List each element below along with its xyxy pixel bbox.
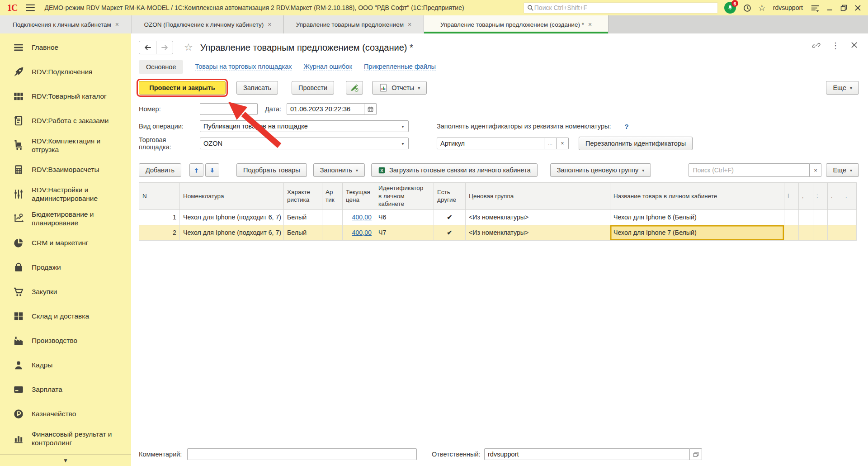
tab-ozon-connection[interactable]: OZON (Подключение к личному кабинету) × — [132, 15, 284, 33]
calendar-icon[interactable] — [364, 103, 377, 115]
col-article[interactable]: Ар тик — [322, 183, 343, 210]
maximize-button[interactable] — [840, 4, 848, 12]
col-extra[interactable]: : — [813, 183, 828, 210]
move-up-button[interactable] — [189, 163, 203, 177]
global-search-box[interactable] — [524, 2, 718, 14]
sidebar-item-purchases[interactable]: Закупки — [0, 280, 131, 304]
col-current-price[interactable]: Текущая цена — [343, 183, 375, 210]
open-value-icon[interactable] — [690, 448, 702, 460]
sidebar-item-rdv-settlements[interactable]: RDV:Взаиморасчеты — [0, 157, 131, 182]
post-with-movements-button[interactable] — [346, 81, 363, 95]
history-icon[interactable] — [742, 3, 752, 13]
help-link[interactable]: ? — [624, 123, 628, 130]
load-bundles-button[interactable]: X Загрузить готовые связки из личного ка… — [371, 163, 538, 177]
identifier-attribute-field[interactable] — [437, 138, 544, 149]
table-more-button[interactable]: Еще ▾ — [826, 163, 859, 177]
col-extra[interactable]: . — [828, 183, 842, 210]
fill-identifiers-label: Заполнять идентификаторы из реквизита но… — [437, 123, 611, 130]
col-extra[interactable]: , — [799, 183, 813, 210]
forward-button[interactable] — [156, 41, 173, 54]
sidebar-item-rdv-admin[interactable]: RDV:Настройки и администрирование — [0, 182, 131, 206]
price-link[interactable]: 400,00 — [352, 214, 372, 221]
sidebar-item-budgeting[interactable]: Бюджетирование и планирование — [0, 206, 131, 231]
pick-products-button[interactable]: Подобрать товары — [236, 163, 307, 177]
close-form-icon[interactable] — [850, 41, 859, 50]
close-icon[interactable]: × — [268, 21, 271, 28]
table-row-selected[interactable]: 2 Чехол для Iphone (подходит 6, 7) Белый… — [139, 225, 857, 240]
form-nav-main[interactable]: Основное — [139, 60, 183, 74]
form-nav-error-log[interactable]: Журнал ошибок — [303, 63, 352, 71]
notifications-button[interactable]: 6 — [724, 2, 736, 14]
col-nomenclature[interactable]: Номенклатура — [180, 183, 284, 210]
sidebar-item-production[interactable]: Производство — [0, 328, 131, 353]
date-field[interactable] — [287, 103, 364, 115]
back-button[interactable] — [139, 41, 156, 54]
products-table[interactable]: N Номенклатура Характе ристика Ар тик Те… — [139, 182, 857, 241]
operation-type-select[interactable]: Публикация товаров на площадке ▾ — [200, 120, 409, 132]
form-nav-marketplace-products[interactable]: Товары на торговых площадках — [195, 63, 292, 71]
sidebar-item-main[interactable]: Главное — [0, 35, 131, 60]
comment-field[interactable] — [187, 448, 417, 460]
col-price-group[interactable]: Ценовая группа — [466, 183, 610, 210]
sidebar-item-sales[interactable]: Продажи — [0, 255, 131, 280]
tab-offer-management[interactable]: Управление товарным предложением × — [284, 15, 424, 33]
marketplace-select[interactable]: OZON ▾ — [200, 138, 409, 149]
tab-connections[interactable]: Подключения к личным кабинетам × — [0, 15, 132, 33]
table-search-input[interactable] — [689, 163, 810, 177]
clear-search-button[interactable]: × — [810, 163, 821, 177]
sidebar-item-treasury[interactable]: Казначейство — [0, 402, 131, 426]
choose-button[interactable]: ... — [544, 138, 557, 149]
sidebar-item-rdv-shipping[interactable]: RDV:Комплектация и отгрузка — [0, 133, 131, 157]
favorite-star-icon[interactable]: ☆ — [184, 43, 193, 52]
get-link-icon[interactable] — [812, 41, 821, 50]
responsible-field[interactable] — [484, 448, 690, 460]
chevron-down-icon: ▾ — [418, 86, 420, 90]
number-field[interactable] — [200, 103, 258, 115]
post-button[interactable]: Провести — [292, 81, 334, 95]
global-search-input[interactable] — [534, 4, 715, 11]
current-user[interactable]: rdvsupport — [773, 4, 803, 11]
form-nav-attached-files[interactable]: Прикрепленные файлы — [364, 63, 436, 71]
tab-offer-management-new[interactable]: Управление товарным предложением (создан… — [424, 15, 609, 33]
reports-button[interactable]: Отчеты ▾ — [372, 81, 427, 95]
close-window-button[interactable] — [854, 4, 862, 12]
active-edit-cell[interactable]: Чехол для Iphone 7 (Белый) — [610, 225, 784, 240]
main-menu-icon[interactable] — [25, 4, 35, 11]
favorites-star-icon[interactable]: ☆ — [758, 4, 766, 12]
col-characteristic[interactable]: Характе ристика — [284, 183, 322, 210]
more-commands-button[interactable]: Еще ▾ — [826, 81, 859, 95]
col-identifier[interactable]: Идентификатор в личном кабинете — [375, 183, 434, 210]
close-icon[interactable]: × — [588, 21, 592, 28]
sidebar-item-rdv-catalog[interactable]: RDV:Товарный каталог — [0, 84, 131, 109]
col-extra[interactable]: I — [784, 183, 799, 210]
service-menu-icon[interactable] — [810, 3, 820, 13]
sidebar-collapse-button[interactable]: ▼ — [0, 454, 131, 466]
sidebar-item-rdv-connections[interactable]: RDV:Подключения — [0, 60, 131, 84]
col-has-others[interactable]: Есть другие — [434, 183, 466, 210]
sidebar-item-rdv-orders[interactable]: RDV:Работа с заказами — [0, 109, 131, 133]
more-actions-icon[interactable]: ⋮ — [831, 42, 840, 50]
clear-field-button[interactable]: × — [557, 138, 569, 149]
sidebar-item-hr[interactable]: Кадры — [0, 353, 131, 377]
move-down-button[interactable] — [205, 163, 219, 177]
price-link[interactable]: 400,00 — [352, 229, 372, 236]
col-extra[interactable]: . — [842, 183, 857, 210]
col-cabinet-name[interactable]: Название товара в личном кабинете — [610, 183, 784, 210]
close-icon[interactable]: × — [115, 21, 119, 28]
sidebar-item-finance[interactable]: Финансовый результат и контроллинг — [0, 426, 131, 451]
save-button[interactable]: Записать — [236, 81, 278, 95]
minimize-button[interactable] — [826, 4, 834, 12]
fill-button[interactable]: Заполнить ▾ — [313, 163, 365, 177]
sidebar-item-salary[interactable]: Зарплата — [0, 377, 131, 402]
sidebar-item-crm[interactable]: CRM и маркетинг — [0, 231, 131, 255]
refill-identifiers-button[interactable]: Перезаполнить идентификаторы — [579, 137, 693, 150]
col-n[interactable]: N — [139, 183, 180, 210]
post-and-close-button[interactable]: Провести и закрыть — [139, 81, 226, 95]
table-row[interactable]: 1 Чехол для Iphone (подходит 6, 7) Белый… — [139, 209, 857, 225]
table-search-box[interactable]: × — [689, 163, 821, 177]
add-row-button[interactable]: Добавить — [139, 163, 181, 177]
close-icon[interactable]: × — [408, 21, 411, 28]
sidebar-item-warehouse[interactable]: Склад и доставка — [0, 304, 131, 328]
table-header-row[interactable]: N Номенклатура Характе ристика Ар тик Те… — [139, 183, 857, 210]
fill-price-group-button[interactable]: Заполнить ценовую группу ▾ — [550, 163, 651, 177]
